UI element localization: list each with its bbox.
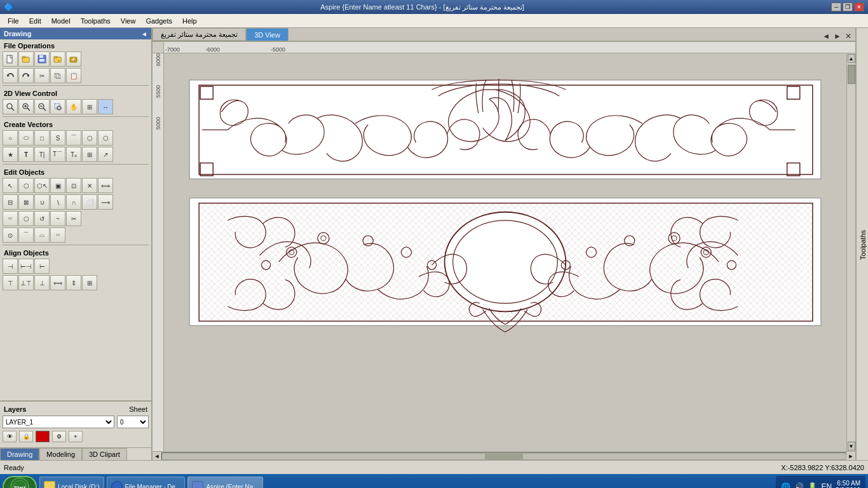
trim-tool[interactable]: ⌔ (50, 227, 65, 243)
canvas-scrollbar-vertical[interactable]: ▲ ▼ (846, 53, 855, 451)
open-button[interactable] (18, 51, 34, 67)
lang-icon[interactable]: EN (821, 482, 832, 488)
right-toolpaths-panel[interactable]: Toolpaths (855, 28, 868, 460)
arc-tool[interactable]: ⌒ (66, 130, 81, 146)
weld-tool[interactable]: ⊠ (18, 194, 34, 210)
zoom-out-button[interactable] (34, 99, 50, 114)
boolean-subtract[interactable]: ∖ (50, 194, 65, 210)
extend-tool[interactable]: ⌓ (34, 227, 50, 243)
scroll-down-button[interactable]: ▼ (848, 442, 855, 451)
sheet-select[interactable]: 0 (117, 416, 149, 428)
grid-tool[interactable]: ⊞ (82, 147, 97, 162)
node-edit-tool[interactable]: ⬡ (18, 178, 34, 193)
taskbar-item-local-disk[interactable]: Local Disk (D:) (39, 477, 104, 488)
hscroll-right-button[interactable]: ► (846, 452, 855, 461)
align-center-h[interactable]: ⊢⊣ (18, 259, 34, 274)
join-tool[interactable]: ⌒ (18, 227, 34, 243)
tab-modeling[interactable]: Modeling (39, 448, 82, 460)
tab-nav-right[interactable]: ► (832, 32, 843, 41)
distort-tool[interactable]: ⟿ (98, 194, 113, 210)
layer-visible-button[interactable]: 👁 (3, 431, 17, 442)
new-button[interactable] (3, 51, 18, 67)
chamfer-tool[interactable]: ⬡ (18, 211, 34, 226)
align-left[interactable]: ⊣ (3, 259, 18, 274)
hscroll-left-button[interactable]: ◄ (153, 452, 161, 461)
align-right[interactable]: ⊢ (34, 259, 50, 274)
system-clock[interactable]: 6:50 AM 5/2/2019 (836, 480, 860, 488)
copy-button[interactable]: ⿻ (50, 68, 65, 83)
delete-tool[interactable]: ✕ (82, 178, 97, 193)
toggle-view-button[interactable]: ↔ (98, 99, 113, 114)
menu-view[interactable]: View (116, 14, 141, 27)
ellipse-tool[interactable]: ⬭ (18, 130, 34, 146)
scroll-up-button[interactable]: ▲ (848, 54, 855, 63)
main-canvas[interactable] (164, 53, 846, 451)
menu-gadgets[interactable]: Gadgets (140, 14, 177, 27)
distribute-h[interactable]: ⟺ (50, 275, 65, 290)
paste-button[interactable]: 📋 (66, 68, 81, 83)
align-tool[interactable]: ⊟ (3, 194, 18, 210)
group-tool[interactable]: ▣ (50, 178, 65, 193)
open-recent-button[interactable] (66, 51, 81, 67)
text-tool[interactable]: T (18, 147, 34, 162)
start-button[interactable]: Start (3, 476, 37, 488)
close-vector-tool[interactable]: ⊙ (3, 227, 18, 243)
hscroll-track[interactable] (161, 452, 846, 460)
boolean-intersect[interactable]: ∩ (66, 194, 81, 210)
minimize-button[interactable]: ─ (831, 3, 841, 11)
rect-tool[interactable]: □ (34, 130, 50, 146)
zoom-in-button[interactable] (18, 99, 34, 114)
panel-collapse-button[interactable]: ◄ (141, 30, 147, 37)
align-top[interactable]: ⊤ (3, 275, 18, 290)
menu-toolpaths[interactable]: Toolpaths (76, 14, 116, 27)
restore-button[interactable]: ❐ (843, 3, 853, 11)
save-button[interactable] (34, 51, 50, 67)
menu-edit[interactable]: Edit (24, 14, 46, 27)
smooth-tool[interactable]: ~ (50, 211, 65, 226)
pan-button[interactable]: ✋ (66, 99, 81, 114)
tab-drawing[interactable]: Drawing (0, 448, 39, 460)
menu-help[interactable]: Help (177, 14, 202, 27)
view-all-button[interactable]: ⊞ (82, 99, 97, 114)
draw-node-tool[interactable]: ↗ (98, 147, 113, 162)
layer-settings-button[interactable]: ⚙ (52, 431, 66, 442)
toolpaths-label[interactable]: Toolpaths (858, 226, 868, 264)
redo-button[interactable] (18, 68, 34, 83)
tab-3d-clipart[interactable]: 3D Clipart (82, 448, 127, 460)
zoom-selection-button[interactable] (50, 99, 65, 114)
star-tool[interactable]: ⬡ (98, 130, 113, 146)
layer-add-button[interactable]: + (69, 431, 83, 442)
battery-icon[interactable]: 🔋 (808, 482, 817, 488)
fillet-tool[interactable]: ⌔ (3, 211, 18, 226)
text-2-tool[interactable]: Tₐ (66, 147, 81, 162)
tab-nav-left[interactable]: ◄ (821, 32, 831, 41)
close-button[interactable]: ✕ (854, 3, 864, 11)
taskbar-item-aspire[interactable]: Aspire {Enter Na... (187, 477, 262, 488)
select-tool[interactable]: ↖ (3, 178, 18, 193)
layer-color-swatch[interactable] (36, 431, 50, 442)
canvas-tab-drawing[interactable]: تجميعة محترمة ستائر تفريغ (153, 28, 246, 41)
zoom-to-fit-button[interactable] (3, 99, 18, 114)
distribute-v[interactable]: ⇕ (66, 275, 81, 290)
offset-tool[interactable]: ⬜ (82, 194, 97, 210)
circle-tool[interactable]: ○ (3, 130, 18, 146)
save-as-button[interactable]: + (50, 51, 65, 67)
space-equal[interactable]: ⊞ (82, 275, 97, 290)
menu-file[interactable]: File (3, 14, 24, 27)
menu-model[interactable]: Model (46, 14, 76, 27)
align-center-v[interactable]: ⊥⊤ (18, 275, 34, 290)
smart-select-tool[interactable]: ⬡↖ (34, 178, 50, 193)
volume-icon[interactable]: 🔊 (794, 482, 804, 488)
boolean-union[interactable]: ∪ (34, 194, 50, 210)
scroll-thumb[interactable] (848, 65, 855, 84)
hscroll-thumb[interactable] (485, 454, 523, 460)
layer-lock-button[interactable]: 🔒 (19, 431, 33, 442)
layer-select[interactable]: LAYER_1 (3, 416, 114, 428)
undo-button[interactable] (3, 68, 18, 83)
scissors-tool[interactable]: ✂ (66, 211, 81, 226)
ungroup-tool[interactable]: ⊡ (66, 178, 81, 193)
star-shape-tool[interactable]: ★ (3, 147, 18, 162)
curve-tool[interactable]: S (50, 130, 65, 146)
text-path-tool[interactable]: T| (34, 147, 50, 162)
align-bottom[interactable]: ⊥ (34, 275, 50, 290)
